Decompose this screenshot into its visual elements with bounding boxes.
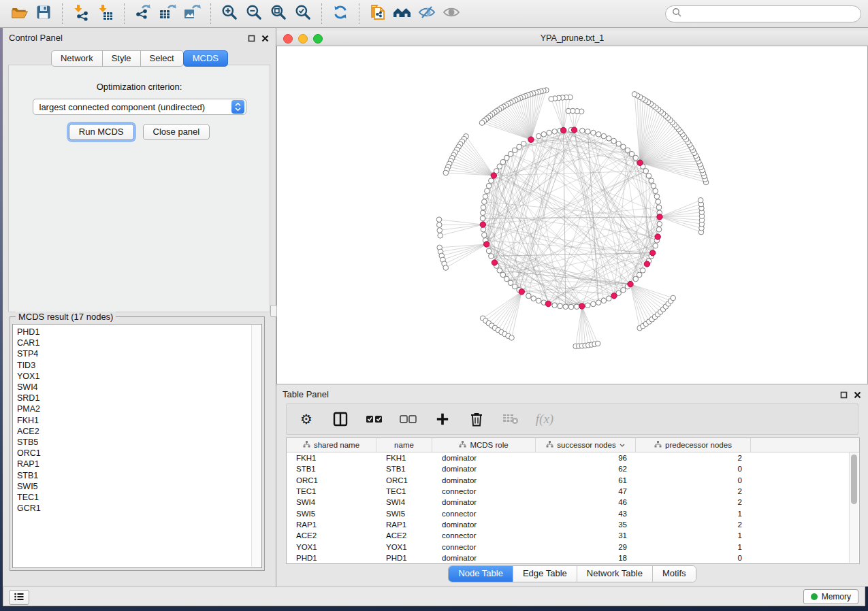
- tab-network-table[interactable]: Network Table: [577, 566, 653, 582]
- trash-icon[interactable]: [468, 410, 485, 428]
- add-column-icon[interactable]: [434, 410, 451, 428]
- mcds-result-item[interactable]: TEC1: [17, 492, 261, 503]
- float-icon[interactable]: [840, 389, 848, 401]
- table-cell: STB1: [376, 465, 432, 473]
- table-row[interactable]: SWI4SWI4dominator462: [287, 497, 859, 508]
- control-panel-header: Control Panel: [3, 28, 276, 46]
- criterion-select[interactable]: largest connected component (undirected): [33, 99, 246, 115]
- mcds-result-item[interactable]: SRD1: [17, 393, 261, 403]
- table-panel: Table Panel ⚙ f(x) shared name: [276, 384, 868, 587]
- column-header-mcds-role[interactable]: MCDS role: [432, 438, 536, 452]
- table-scrollbar-thumb[interactable]: [851, 455, 857, 504]
- mcds-result-item[interactable]: FKH1: [17, 415, 261, 426]
- tab-mcds[interactable]: MCDS: [183, 50, 228, 67]
- hide-eye-button[interactable]: [415, 2, 439, 25]
- table-row[interactable]: SWI5SWI5connector431: [287, 508, 859, 518]
- zoom-selected-button[interactable]: [291, 2, 315, 25]
- save-session-button[interactable]: [31, 2, 56, 25]
- mcds-result-item[interactable]: GCR1: [17, 503, 261, 514]
- mcds-result-item[interactable]: CAR1: [17, 337, 261, 348]
- houses-button[interactable]: [390, 2, 415, 25]
- export-table-button[interactable]: [155, 2, 180, 25]
- mcds-result-item[interactable]: YOX1: [17, 371, 261, 382]
- panel-splitter-grip[interactable]: [270, 305, 277, 317]
- table-cell: SWI5: [287, 510, 376, 518]
- task-history-button[interactable]: [9, 590, 29, 605]
- mcds-result-listbox[interactable]: PHD1CAR1STP4TID3YOX1SWI4SRD1PMA2FKH1ACE2…: [12, 324, 262, 568]
- mcds-result-item[interactable]: ORC1: [17, 448, 261, 459]
- maximize-traffic-light[interactable]: [313, 34, 323, 44]
- select-all-icon[interactable]: [366, 410, 383, 428]
- table-cell: RAP1: [287, 521, 376, 529]
- export-image-button[interactable]: [180, 2, 204, 25]
- chevron-down-icon[interactable]: [620, 441, 625, 449]
- mcds-result-item[interactable]: SWI4: [17, 382, 261, 393]
- table-row[interactable]: RAP1RAP1dominator352: [287, 519, 859, 530]
- search-box[interactable]: [665, 5, 861, 22]
- network-window-titlebar[interactable]: YPA_prune.txt_1: [276, 31, 868, 46]
- close-traffic-light[interactable]: [283, 34, 293, 44]
- network-view-window: YPA_prune.txt_1: [276, 31, 868, 384]
- tab-network[interactable]: Network: [51, 50, 103, 67]
- close-panel-button[interactable]: Close panel: [143, 124, 210, 140]
- mcds-result-group-title: MCDS result (17 nodes): [16, 312, 116, 322]
- table-cell: TEC1: [287, 487, 376, 495]
- column-header-shared-name[interactable]: shared name: [287, 438, 376, 452]
- open-file-button[interactable]: [7, 2, 31, 25]
- table-row[interactable]: TEC1TEC1connector472: [287, 486, 859, 497]
- mcds-result-item[interactable]: ACE2: [17, 426, 261, 437]
- tab-motifs[interactable]: Motifs: [653, 566, 696, 582]
- import-table-button[interactable]: [93, 2, 118, 25]
- show-eye-button[interactable]: [439, 2, 464, 25]
- network-canvas[interactable]: [276, 46, 868, 384]
- minimize-traffic-light[interactable]: [298, 34, 308, 44]
- export-network-button[interactable]: [131, 2, 155, 25]
- memory-button[interactable]: Memory: [803, 589, 858, 604]
- mcds-result-item[interactable]: STB5: [17, 437, 261, 448]
- table-row[interactable]: ACE2ACE2connector311: [287, 530, 859, 541]
- table-cell: dominator: [432, 465, 536, 473]
- table-cell: SWI4: [287, 498, 376, 506]
- column-header-name[interactable]: name: [376, 438, 432, 452]
- gear-icon[interactable]: ⚙: [298, 410, 315, 428]
- mcds-result-item[interactable]: STB1: [17, 470, 261, 481]
- import-network-button[interactable]: [69, 2, 93, 25]
- column-header-predecessor-nodes[interactable]: predecessor nodes: [636, 438, 751, 452]
- close-icon[interactable]: [261, 33, 269, 45]
- columns-icon[interactable]: [332, 410, 349, 428]
- tab-select[interactable]: Select: [140, 50, 184, 67]
- table-panel-header: Table Panel: [276, 384, 868, 402]
- table-cell: PHD1: [376, 554, 432, 562]
- zoom-fit-button[interactable]: [266, 2, 291, 25]
- table-cell: 62: [536, 465, 636, 473]
- table-row[interactable]: YOX1YOX1connector291: [287, 541, 859, 552]
- search-input[interactable]: [686, 8, 854, 19]
- mcds-result-item[interactable]: TID3: [17, 360, 261, 371]
- mcds-result-item[interactable]: PMA2: [17, 403, 261, 414]
- column-header-successor-nodes[interactable]: successor nodes: [536, 438, 636, 452]
- table-row[interactable]: STB1STB1dominator620: [287, 463, 859, 474]
- zoom-in-button[interactable]: [217, 2, 242, 25]
- tree-icon: [654, 441, 662, 449]
- table-cell: dominator: [432, 476, 536, 484]
- mcds-list-scrollbar[interactable]: [251, 325, 261, 567]
- deselect-all-icon[interactable]: [400, 410, 417, 428]
- run-mcds-button[interactable]: Run MCDS: [69, 124, 134, 140]
- tab-edge-table[interactable]: Edge Table: [513, 566, 577, 582]
- zoom-out-button[interactable]: [242, 2, 266, 25]
- close-icon[interactable]: [854, 389, 861, 401]
- tab-style[interactable]: Style: [102, 50, 141, 67]
- float-icon[interactable]: [248, 33, 255, 45]
- refresh-button[interactable]: [328, 2, 353, 25]
- table-row[interactable]: PHD1PHD1dominator180: [287, 552, 859, 563]
- mcds-result-item[interactable]: PHD1: [17, 327, 261, 337]
- mcds-result-item[interactable]: RAP1: [17, 459, 261, 469]
- mcds-result-item[interactable]: STP4: [17, 348, 261, 359]
- table-scrollbar[interactable]: [849, 452, 858, 563]
- network-document-button[interactable]: [366, 2, 390, 25]
- table-row[interactable]: ORC1ORC1dominator610: [287, 475, 859, 486]
- tab-node-table[interactable]: Node Table: [449, 566, 513, 582]
- mcds-result-item[interactable]: SWI5: [17, 481, 261, 492]
- table-row[interactable]: FKH1FKH1dominator962: [287, 452, 859, 463]
- table-cell: connector: [432, 510, 536, 518]
